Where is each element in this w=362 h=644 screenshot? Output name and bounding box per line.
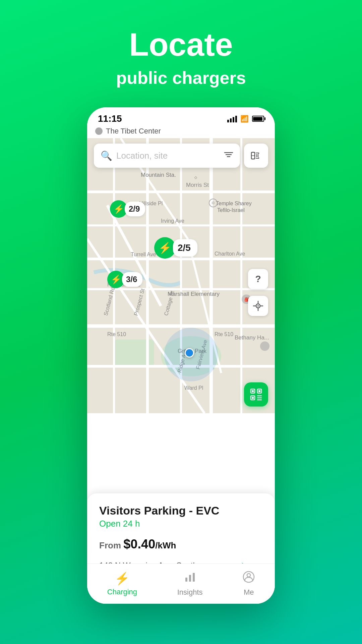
qr-scan-button[interactable] [244,144,268,168]
svg-text:Bethany Ha...: Bethany Ha... [235,334,269,341]
svg-text:Turrell Ave: Turrell Ave [131,252,156,257]
svg-point-48 [257,305,259,307]
app-subtitle: public chargers [0,68,362,88]
station-status: Open 24 h [99,519,263,529]
app-header: Locate public chargers [0,0,362,101]
charger-dot-2: ⚡ [154,237,176,259]
charger-label-2: 2/5 [173,239,197,257]
charger-pin-2[interactable]: ⚡ 2/5 [154,237,197,259]
search-icon: 🔍 [101,150,112,161]
map-container[interactable]: Morris St Irving Ave Turrell Ave Raymond… [87,138,275,413]
signal-icon [227,115,237,122]
svg-text:Marshall Elementary: Marshall Elementary [168,291,220,297]
help-icon: ? [255,274,261,284]
svg-text:⬦: ⬦ [194,173,198,180]
user-location-dot [185,348,194,358]
charger-label-1: 2/9 [125,202,145,216]
locate-icon [253,301,263,311]
search-bar-container: 🔍 Location, site [94,144,268,168]
svg-text:Mountain Sta.: Mountain Sta. [141,172,176,178]
charging-nav-icon: ⚡ [115,572,130,586]
svg-rect-58 [252,397,254,399]
insights-nav-label: Insights [177,588,203,597]
svg-text:Rte 510: Rte 510 [215,331,233,337]
wifi-icon: 📶 [240,115,249,123]
station-price: From $0.40/kWh [99,537,263,551]
svg-text:Tefilo-Israel: Tefilo-Israel [217,207,245,213]
status-time: 11:15 [98,113,122,124]
location-label: The Tibet Center [106,127,161,136]
svg-text:Temple Sharey: Temple Sharey [216,201,252,206]
charging-nav-label: Charging [107,588,137,596]
nav-item-me[interactable]: Me [243,571,255,597]
search-input[interactable]: Location, site [116,151,220,161]
station-name: Visitors Parking - EVC [99,504,263,517]
location-bar: The Tibet Center [87,127,275,138]
scan-qr-fab[interactable] [244,382,268,407]
svg-rect-57 [258,390,260,392]
phone-frame: 11:15 📶 The Tibet Center [87,107,275,604]
filter-icon[interactable] [224,151,233,161]
location-dot-icon [95,127,103,135]
status-bar: 11:15 📶 [87,107,275,127]
me-nav-icon [243,571,255,586]
scan-qr-icon [250,388,262,401]
nav-item-insights[interactable]: Insights [177,571,203,597]
svg-text:Irving Ave: Irving Ave [161,218,184,224]
search-input-wrapper[interactable]: 🔍 Location, site [94,144,240,168]
bottom-nav: ⚡ Charging Insights Me [87,564,275,604]
help-button[interactable]: ? [248,269,268,289]
svg-rect-63 [185,578,187,582]
nav-item-charging[interactable]: ⚡ Charging [107,572,137,596]
svg-rect-56 [252,390,254,392]
insights-nav-icon [184,571,196,586]
battery-icon [252,116,264,122]
price-unit: /kWh [155,540,176,550]
me-nav-label: Me [244,588,254,597]
svg-rect-65 [193,573,195,582]
charger-pin-3[interactable]: ⚡ 3/6 [107,271,142,288]
svg-text:Ward Pl: Ward Pl [184,385,203,391]
svg-text:Rte 510: Rte 510 [107,331,126,337]
svg-rect-64 [189,575,191,582]
price-value: $0.40 [123,537,155,551]
svg-text:✡: ✡ [211,200,215,206]
charger-pin-1[interactable]: ⚡ 2/9 [110,200,145,218]
status-icons: 📶 [227,115,264,123]
locate-button[interactable] [248,296,268,316]
charger-label-3: 3/6 [122,272,142,287]
app-title: Locate [0,27,362,62]
price-prefix: From [99,540,123,550]
svg-text:Morris St: Morris St [186,182,209,188]
svg-point-36 [260,341,269,351]
svg-text:Charlton Ave: Charlton Ave [215,251,245,257]
svg-point-67 [247,574,250,577]
